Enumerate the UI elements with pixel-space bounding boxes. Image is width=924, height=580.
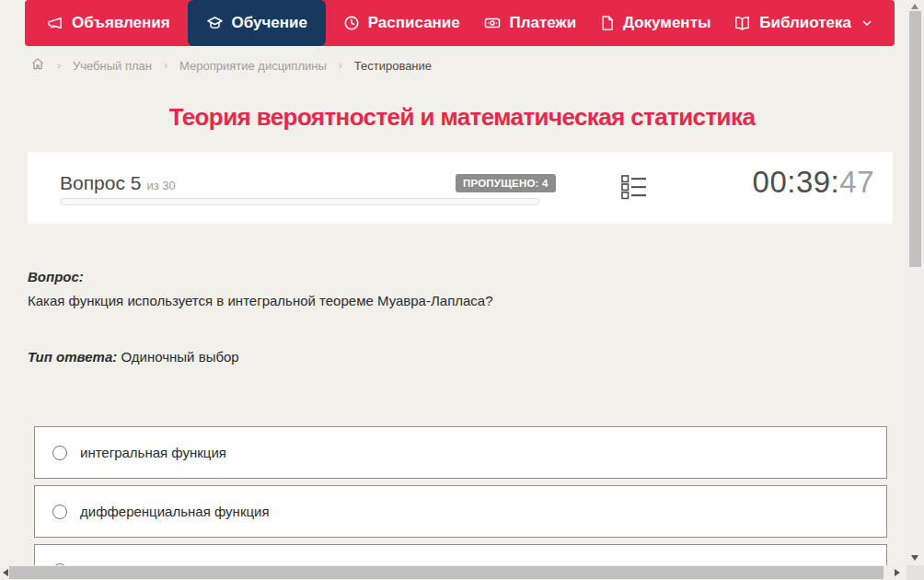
answer-type-row: Тип ответа: Одиночный выбор <box>28 349 239 365</box>
breadcrumb-item-testing: Тестирование <box>354 59 432 73</box>
breadcrumb-separator: › <box>164 59 167 72</box>
main-navigation: Объявления Обучение Расписание <box>25 0 895 46</box>
nav-item-learning[interactable]: Обучение <box>188 0 326 46</box>
answer-type-value: Одиночный выбор <box>121 349 238 365</box>
document-icon <box>599 15 615 31</box>
clock-icon <box>343 15 360 31</box>
nav-item-label: Библиотека <box>759 14 851 32</box>
nav-item-label: Расписание <box>368 14 460 32</box>
book-icon <box>733 15 751 31</box>
nav-item-payments[interactable]: Платежи <box>478 0 583 46</box>
timer: 00:39:47 <box>753 165 874 200</box>
answer-option[interactable]: дифференциальная функция <box>34 485 887 538</box>
banknote-icon <box>483 15 502 31</box>
horizontal-scrollbar-thumb[interactable] <box>9 566 884 579</box>
question-text: Какая функция используется в интегрально… <box>28 293 493 308</box>
timer-seconds: 47 <box>839 165 874 199</box>
question-prompt-label: Вопрос: <box>28 269 84 284</box>
scroll-down-arrow[interactable] <box>911 555 918 561</box>
radio-button[interactable] <box>52 505 67 519</box>
graduation-cap-icon <box>206 15 224 31</box>
question-number: Вопрос 5из 30 <box>60 172 176 194</box>
question-number-label: Вопрос 5 <box>60 172 141 193</box>
answer-option-label: интегральная функция <box>80 445 226 460</box>
breadcrumb-separator: › <box>339 59 342 72</box>
test-page: Объявления Обучение Расписание <box>0 0 924 580</box>
radio-button[interactable] <box>52 446 67 460</box>
nav-item-label: Объявления <box>72 14 170 32</box>
question-total-label: из 30 <box>146 179 175 192</box>
question-list-button[interactable] <box>621 175 649 201</box>
question-header-panel: Вопрос 5из 30 ПРОПУЩЕНО: 4 00:39:47 <box>28 152 893 224</box>
page-title: Теория вероятностей и математическая ста… <box>0 103 924 132</box>
nav-item-announcements[interactable]: Объявления <box>41 0 176 46</box>
scrollbar-corner <box>907 565 924 580</box>
nav-item-schedule[interactable]: Расписание <box>338 0 466 46</box>
megaphone-icon <box>47 15 64 31</box>
nav-item-documents[interactable]: Документы <box>594 0 717 46</box>
timer-minutes: 00:39: <box>753 165 840 199</box>
vertical-scrollbar-thumb[interactable] <box>909 11 921 267</box>
nav-item-label: Документы <box>623 14 711 32</box>
horizontal-scrollbar[interactable] <box>0 565 907 580</box>
scroll-up-arrow[interactable] <box>911 4 918 9</box>
progress-bar <box>60 198 540 205</box>
breadcrumb-item-activity[interactable]: Мероприятие дисциплины <box>179 59 327 73</box>
breadcrumb-item-curriculum[interactable]: Учебный план <box>73 59 152 73</box>
answer-type-label: Тип ответа: <box>28 349 117 365</box>
vertical-scrollbar[interactable] <box>907 0 924 565</box>
chevron-down-icon <box>861 17 872 29</box>
home-icon[interactable] <box>30 57 45 74</box>
answer-option-label: дифференциальная функция <box>80 504 270 519</box>
scroll-right-arrow[interactable] <box>895 569 900 576</box>
nav-item-label: Платежи <box>510 14 577 32</box>
nav-item-library[interactable]: Библиотека <box>728 0 878 46</box>
skipped-badge: ПРОПУЩЕНО: 4 <box>456 174 556 192</box>
breadcrumb: › Учебный план › Мероприятие дисциплины … <box>30 57 432 74</box>
nav-item-label: Обучение <box>232 14 307 32</box>
scroll-left-arrow[interactable] <box>3 569 8 576</box>
answer-option[interactable]: интегральная функция <box>34 426 887 479</box>
breadcrumb-separator: › <box>57 59 61 72</box>
